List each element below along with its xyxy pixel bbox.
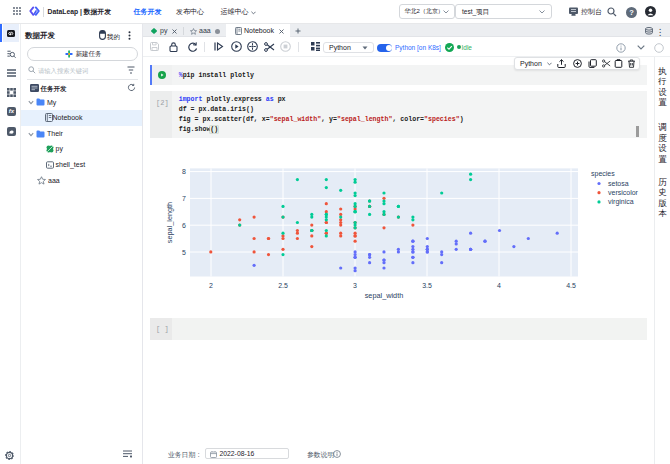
svg-text:6: 6 bbox=[182, 222, 186, 229]
svg-text:3: 3 bbox=[353, 282, 357, 289]
svg-text:sepal_width: sepal_width bbox=[365, 291, 404, 300]
svg-text:versicolor: versicolor bbox=[608, 189, 639, 196]
svg-text:8: 8 bbox=[182, 168, 186, 175]
svg-text:2.5: 2.5 bbox=[278, 282, 288, 289]
svg-text:7: 7 bbox=[182, 195, 186, 202]
svg-text:5: 5 bbox=[182, 249, 186, 256]
svg-text:setosa: setosa bbox=[608, 180, 629, 187]
svg-text:3.5: 3.5 bbox=[422, 282, 432, 289]
svg-text:2: 2 bbox=[209, 282, 213, 289]
svg-text:sepal_length: sepal_length bbox=[165, 202, 174, 243]
svg-text:4.5: 4.5 bbox=[566, 282, 576, 289]
svg-text:species: species bbox=[591, 170, 615, 178]
svg-text:4: 4 bbox=[497, 282, 501, 289]
svg-text:virginica: virginica bbox=[608, 198, 634, 206]
